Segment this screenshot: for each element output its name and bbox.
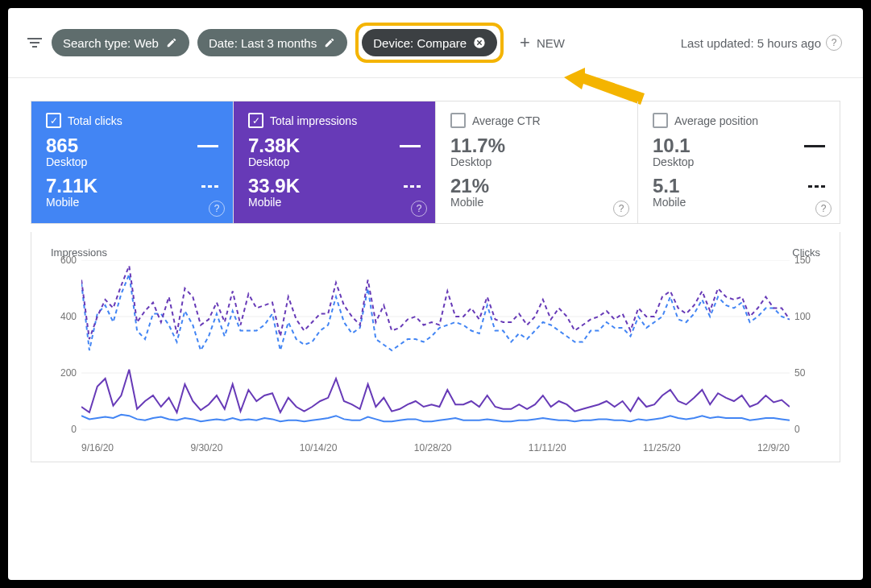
help-icon[interactable]: ? — [826, 35, 842, 51]
y-tick-left: 200 — [48, 367, 77, 379]
card-average-position[interactable]: Average position 10.1 Desktop 5.1 Mobile… — [638, 101, 840, 223]
card-sublabel: Mobile — [450, 196, 623, 209]
card-value: 21% — [450, 175, 489, 197]
x-tick: 10/28/20 — [414, 442, 452, 453]
x-tick: 10/14/20 — [300, 442, 338, 453]
chip-date[interactable]: Date: Last 3 months — [197, 29, 347, 56]
check-icon: ✓ — [252, 116, 260, 126]
solid-line-icon — [197, 145, 218, 147]
card-sublabel: Desktop — [653, 155, 825, 168]
x-tick: 9/16/20 — [81, 442, 114, 453]
card-average-ctr[interactable]: Average CTR 11.7% Desktop 21% Mobile ? — [436, 101, 638, 223]
last-updated-text: Last updated: 5 hours ago — [681, 36, 821, 50]
card-title: Total impressions — [270, 114, 357, 127]
card-sublabel: Desktop — [450, 155, 623, 168]
card-sublabel: Mobile — [46, 196, 218, 209]
card-title: Average position — [674, 114, 758, 127]
pencil-icon — [323, 36, 336, 49]
dashed-line-icon — [404, 185, 421, 188]
chart-container: Impressions Clicks 6004002000150100500 9… — [31, 232, 840, 462]
dashed-line-icon — [808, 185, 825, 188]
card-value: 11.7% — [450, 135, 505, 157]
last-updated: Last updated: 5 hours ago ? — [681, 35, 845, 51]
card-value: 10.1 — [653, 135, 691, 157]
pencil-icon — [165, 36, 178, 49]
y-tick-left: 0 — [48, 424, 77, 435]
chip-label: Search type: Web — [63, 36, 159, 50]
y-tick-right: 50 — [794, 367, 823, 379]
x-tick: 11/25/20 — [643, 442, 681, 453]
card-sublabel: Mobile — [248, 196, 421, 209]
x-axis-ticks: 9/16/209/30/2010/14/2010/28/2011/11/2011… — [81, 442, 790, 453]
metric-cards: ✓ Total clicks 865 Desktop 7.11K Mobile … — [31, 101, 840, 224]
x-tick: 9/30/20 — [190, 442, 222, 453]
solid-line-icon — [804, 145, 825, 147]
filter-icon[interactable] — [26, 38, 44, 48]
card-sublabel: Desktop — [248, 155, 421, 168]
chip-search-type[interactable]: Search type: Web — [52, 29, 189, 56]
dashed-line-icon — [201, 185, 218, 188]
solid-line-icon — [400, 145, 421, 147]
card-total-impressions[interactable]: ✓ Total impressions 7.38K Desktop 33.9K … — [234, 101, 436, 223]
chip-label: Device: Compare — [373, 36, 467, 50]
help-icon[interactable]: ? — [209, 201, 225, 217]
card-value: 5.1 — [653, 175, 679, 197]
card-value: 7.11K — [46, 175, 97, 197]
y-tick-left: 600 — [48, 255, 77, 266]
new-label: NEW — [537, 36, 565, 50]
y-tick-left: 400 — [48, 311, 77, 322]
card-total-clicks[interactable]: ✓ Total clicks 865 Desktop 7.11K Mobile … — [31, 101, 234, 223]
chip-device-compare[interactable]: Device: Compare — [362, 29, 497, 56]
new-filter-button[interactable]: + NEW — [520, 32, 565, 53]
chart-svg — [81, 260, 790, 434]
chip-label: Date: Last 3 months — [209, 36, 317, 50]
help-icon[interactable]: ? — [613, 201, 629, 217]
card-title: Total clicks — [68, 114, 122, 127]
card-title: Average CTR — [472, 114, 541, 127]
filter-bar: Search type: Web Date: Last 3 months Dev… — [8, 8, 863, 78]
y-tick-right: 0 — [794, 424, 823, 435]
y-tick-right: 100 — [794, 311, 823, 322]
chart-plot-area: 6004002000150100500 — [46, 260, 825, 437]
x-tick: 11/11/20 — [529, 442, 566, 453]
help-icon[interactable]: ? — [815, 201, 832, 217]
x-tick: 12/9/20 — [757, 442, 790, 453]
card-value: 33.9K — [248, 175, 300, 197]
highlight-box: Device: Compare — [355, 23, 504, 63]
help-icon[interactable]: ? — [411, 201, 427, 217]
card-sublabel: Mobile — [653, 196, 825, 209]
y-tick-right: 150 — [794, 255, 823, 266]
plus-icon: + — [520, 32, 530, 53]
card-value: 865 — [46, 135, 78, 157]
check-icon: ✓ — [50, 116, 58, 126]
close-icon[interactable] — [473, 36, 486, 49]
card-sublabel: Desktop — [46, 155, 218, 168]
card-value: 7.38K — [248, 135, 300, 157]
